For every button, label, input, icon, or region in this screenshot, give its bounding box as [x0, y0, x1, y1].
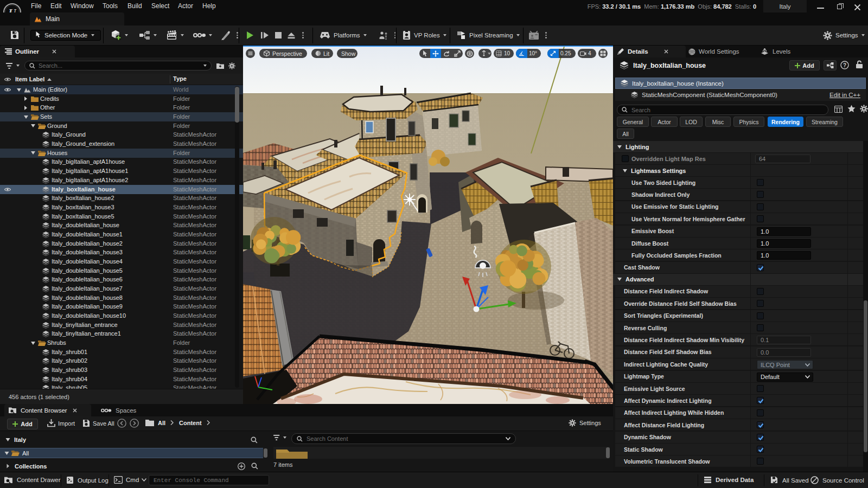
svg-text:?: ?	[843, 62, 846, 68]
